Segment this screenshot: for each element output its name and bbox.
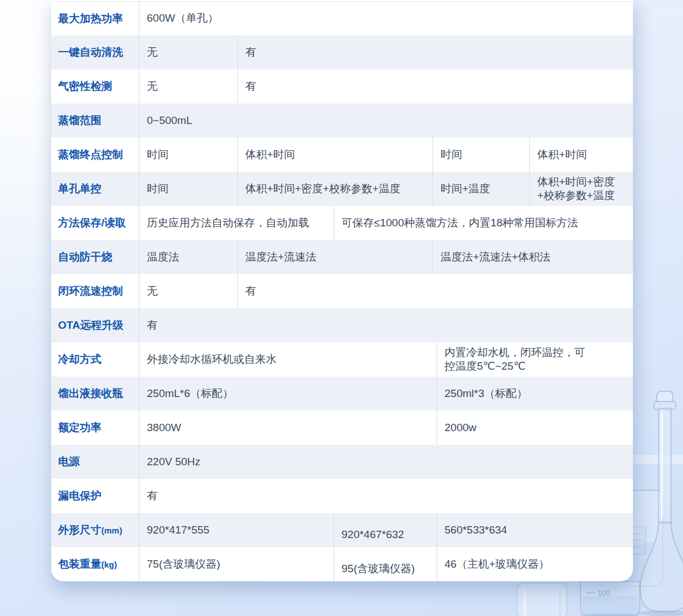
spec-value: 有 xyxy=(237,274,633,308)
spec-label: 电源 xyxy=(51,445,139,479)
spec-row-power-supply: 电源 220V 50Hz xyxy=(51,445,633,479)
spec-value: 体积+时间+密度 +校称参数+温度 xyxy=(529,172,633,206)
spec-value: 无 xyxy=(139,35,237,69)
spec-label: 最大加热功率 xyxy=(51,2,139,35)
spec-value: 220V 50Hz xyxy=(139,445,633,479)
spec-value: 体积+时间+密度+校称参数+温度 xyxy=(237,172,433,206)
spec-value: 46（主机+玻璃仪器） xyxy=(437,547,633,581)
spec-value: 时间+温度 xyxy=(433,172,529,206)
spec-value: 历史应用方法自动保存，自动加载 xyxy=(139,206,334,240)
spec-value: 时间 xyxy=(433,138,529,172)
spec-value: 250ml*3（标配） xyxy=(437,377,633,411)
spec-value: 时间 xyxy=(139,172,237,206)
spec-label: 蒸馏终点控制 xyxy=(51,138,139,172)
spec-value: 体积+时间 xyxy=(529,138,633,172)
spec-row-package-weight: 包装重量(kg) 75(含玻璃仪器) 95(含玻璃仪器) 46（主机+玻璃仪器） xyxy=(51,547,633,581)
spec-value: 920*467*632 xyxy=(334,513,437,547)
spec-label: 包装重量(kg) xyxy=(51,547,139,581)
spec-row-single-hole-control: 单孔单控 时间 体积+时间+密度+校称参数+温度 时间+温度 体积+时间+密度 … xyxy=(51,172,633,206)
spec-label: 漏电保护 xyxy=(51,479,139,513)
spec-row-auto-clean: 一键自动清洗 无 有 xyxy=(51,35,633,69)
spec-value: 时间 xyxy=(139,138,237,172)
spec-value: 0~500mL xyxy=(139,104,633,138)
backdrop-surface-shade xyxy=(631,464,683,616)
spec-value: 无 xyxy=(139,274,237,308)
spec-value: 有 xyxy=(237,69,633,104)
volumetric-flask-illustration xyxy=(639,391,683,616)
spec-label: 一键自动清洗 xyxy=(51,35,139,69)
spec-value: 有 xyxy=(139,308,633,342)
spec-label: 闭环流速控制 xyxy=(51,274,139,308)
spec-value: 内置冷却水机，闭环温控，可 控温度5℃~25℃ xyxy=(437,342,633,377)
spec-value: 温度法+流速法+体积法 xyxy=(433,240,633,274)
spec-row-airtightness-test: 气密性检测 无 有 xyxy=(51,69,633,104)
spec-value: 95(含玻璃仪器) xyxy=(334,547,437,581)
spec-value: 75(含玻璃仪器) xyxy=(139,547,334,581)
spec-value: 温度法+流速法 xyxy=(237,240,433,274)
spec-row-method-save-load: 方法保存/读取 历史应用方法自动保存，自动加载 可保存≤1000种蒸馏方法，内置… xyxy=(51,206,633,240)
spec-value: 可保存≤1000种蒸馏方法，内置18种常用国标方法 xyxy=(334,206,633,240)
spec-value: 体积+时间 xyxy=(237,138,433,172)
spec-label: 方法保存/读取 xyxy=(51,206,139,240)
spec-row-dry-burn-protection: 自动防干烧 温度法 温度法+流速法 温度法+流速法+体积法 xyxy=(51,240,633,274)
spec-row-max-heating-power: 最大加热功率 600W（单孔） xyxy=(51,1,633,35)
spec-label: 自动防干烧 xyxy=(51,240,139,274)
spec-value: 温度法 xyxy=(139,240,237,274)
reagent-bottle-illustration xyxy=(517,584,567,616)
spec-label: 冷却方式 xyxy=(51,342,139,377)
spec-label: 气密性检测 xyxy=(51,69,139,104)
spec-value: 无 xyxy=(139,69,237,104)
spec-row-ota-upgrade: OTA远程升级 有 xyxy=(51,308,633,342)
spec-label: 额定功率 xyxy=(51,411,139,445)
product-spec-page: 100 最大加热功率 600W（单孔） 一键自动清洗 无 有 气密性检测 无 有… xyxy=(0,0,683,616)
beaker-volume-marking: 100 xyxy=(598,589,610,597)
spec-row-closed-loop-flow: 闭环流速控制 无 有 xyxy=(51,274,633,308)
spec-value: 600W（单孔） xyxy=(139,2,633,35)
spec-label: 馏出液接收瓶 xyxy=(51,377,139,411)
spec-value: 2000w xyxy=(437,411,633,445)
backdrop-surface-line xyxy=(631,455,683,464)
spec-value: 560*533*634 xyxy=(437,513,633,547)
spec-label: 外形尺寸(mm) xyxy=(51,513,139,547)
spec-row-distillation-range: 蒸馏范围 0~500mL xyxy=(51,104,633,138)
small-beaker-illustration: 100 xyxy=(581,581,640,616)
spec-value: 有 xyxy=(139,479,633,513)
spec-value: 920*417*555 xyxy=(139,513,334,547)
spec-value: 250mL*6（标配） xyxy=(139,377,437,411)
spec-row-rated-power: 额定功率 3800W 2000w xyxy=(51,411,633,445)
spec-row-leakage-protection: 漏电保护 有 xyxy=(51,479,633,513)
spec-label: OTA远程升级 xyxy=(51,308,139,342)
spec-label: 单孔单控 xyxy=(51,172,139,206)
spec-row-cooling-method: 冷却方式 外接冷却水循环机或自来水 内置冷却水机，闭环温控，可 控温度5℃~25… xyxy=(51,342,633,377)
spec-value: 有 xyxy=(237,35,633,69)
spec-row-endpoint-control: 蒸馏终点控制 时间 体积+时间 时间 体积+时间 xyxy=(51,138,633,172)
spec-label: 蒸馏范围 xyxy=(51,104,139,138)
spec-row-dimensions: 外形尺寸(mm) 920*417*555 920*467*632 560*533… xyxy=(51,513,633,547)
spec-value: 3800W xyxy=(139,411,437,445)
spec-row-receiving-bottle: 馏出液接收瓶 250mL*6（标配） 250ml*3（标配） xyxy=(51,377,633,411)
spec-table: 最大加热功率 600W（单孔） 一键自动清洗 无 有 气密性检测 无 有 蒸馏范… xyxy=(51,0,633,581)
spec-value: 外接冷却水循环机或自来水 xyxy=(139,342,437,377)
